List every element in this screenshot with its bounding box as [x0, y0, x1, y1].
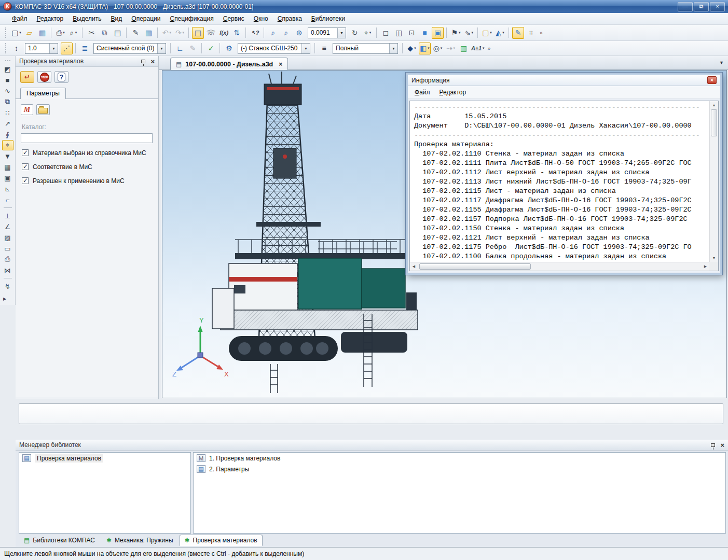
mesh-display-button[interactable]: ◭ [494, 27, 506, 39]
menu-item[interactable]: Библиотеки [307, 13, 350, 24]
print-preview-button[interactable]: ⌕ [67, 27, 79, 39]
tool-direction[interactable]: ↗ [2, 118, 13, 129]
tool-album[interactable]: ▣ [2, 173, 13, 183]
display-shaded-edges-button[interactable]: ▣ [432, 27, 444, 39]
library-function-item[interactable]: M 1. Проверка материалов [194, 453, 725, 464]
tool-print3d[interactable]: ⎙ [2, 254, 13, 264]
toolbar-separator[interactable] [376, 27, 377, 38]
chevron-down-icon[interactable]: ▼ [157, 44, 166, 53]
horizontal-scroll-thumb[interactable] [419, 263, 531, 270]
tool-filter[interactable]: ▼ [2, 151, 13, 161]
cut-button[interactable]: ✂ [86, 27, 98, 39]
scroll-right-icon[interactable]: ▶ [702, 262, 709, 271]
tool-check-angle[interactable]: ∠ [2, 221, 13, 232]
toolbar-separator[interactable] [126, 27, 127, 38]
tool-separator[interactable] [4, 276, 12, 278]
panel-close-button[interactable]: × [150, 58, 155, 65]
chevron-down-icon[interactable]: ▼ [49, 44, 58, 53]
close-button[interactable]: × [710, 2, 725, 11]
copy-button[interactable]: ⧉ [99, 27, 111, 39]
info-menu-item[interactable]: Редактор [436, 88, 470, 97]
tool-solid[interactable]: ■ [2, 75, 13, 85]
toolbar-overflow-button[interactable]: » [540, 30, 543, 36]
component-button[interactable]: ⚙ [223, 43, 235, 54]
tool-check-hatch[interactable]: ▨ [2, 232, 13, 243]
toolbar-grip[interactable] [5, 43, 7, 53]
checkbox-checked-icon[interactable] [22, 163, 29, 170]
tool-pointer[interactable]: ↯ [2, 281, 13, 291]
toolbar-separator[interactable] [157, 27, 158, 38]
toolbar-separator[interactable] [446, 27, 447, 38]
library-tab[interactable]: ✱ Проверка материалов [180, 535, 263, 546]
property-panel-button[interactable]: ▤ [192, 27, 204, 39]
document-tab[interactable]: ▤ 107-00.00.0000 - Дизель.a3d × [170, 58, 288, 70]
tool-points[interactable]: ∷ [2, 107, 13, 118]
menu-item[interactable]: Справка [273, 13, 307, 24]
orientation-button[interactable]: ⌖ [362, 27, 374, 39]
menu-item[interactable]: Выделить [68, 13, 106, 24]
tool-part[interactable]: ◩ [2, 64, 13, 74]
tool-corner[interactable]: ⌐ [2, 194, 13, 205]
hide-objects-button[interactable]: ⇘ [463, 27, 475, 39]
detail-level-button[interactable]: ≡ [318, 43, 330, 54]
zoom-scale-combo[interactable]: 0.0091 ▼ [308, 27, 346, 38]
zoom-area-button[interactable]: ⌕ [280, 27, 292, 39]
tool-planes[interactable]: ⧉ [2, 96, 13, 107]
display-wireframe-button[interactable]: ◻ [380, 27, 392, 39]
menu-item[interactable]: Редактор [32, 13, 68, 24]
scroll-down-icon[interactable]: ▼ [710, 254, 718, 262]
info-close-button[interactable]: × [707, 76, 717, 84]
zoom-in-button[interactable]: ⊕ [293, 27, 305, 39]
vertical-scroll-thumb[interactable] [711, 109, 717, 136]
cube-mode-button[interactable]: ◧ [419, 43, 431, 54]
dimension-button[interactable]: A±1 [471, 43, 485, 54]
simplified-display-button[interactable]: ▢ [481, 27, 493, 39]
context-help-button[interactable]: ↖? [249, 27, 261, 39]
toolbar-separator[interactable] [264, 27, 265, 38]
library-list-item[interactable]: ▤ Проверка материалов [19, 453, 190, 464]
checkbox-checked-icon[interactable] [22, 177, 29, 184]
scroll-left-icon[interactable]: ◀ [410, 262, 418, 271]
tab-list-dropdown-button[interactable]: ▼ [719, 60, 724, 65]
placement-button[interactable]: ◎ [432, 43, 444, 54]
checkbox-row[interactable]: Материал выбран из справочника МиС [22, 149, 153, 157]
toolbar-separator[interactable] [477, 27, 478, 38]
sketch-mode-button[interactable]: ✎ [512, 27, 524, 39]
message-bar[interactable] [19, 403, 723, 424]
strip-expand-button[interactable]: ▶ [3, 297, 6, 303]
tool-collections[interactable]: ∮ [2, 129, 13, 139]
menu-item[interactable]: Сервис [218, 13, 249, 24]
library-manager-close-button[interactable]: × [720, 442, 724, 449]
spreadsheet-button[interactable]: ▦ [143, 27, 155, 39]
tab-parameters[interactable]: Параметры [20, 88, 66, 99]
create-object-button[interactable]: ↵ [20, 71, 34, 83]
open-document-button[interactable]: ▱ [23, 27, 35, 39]
toolbar-grip[interactable] [5, 27, 7, 38]
checkbox-checked-icon[interactable] [22, 149, 29, 156]
display-no-hidden-button[interactable]: ◫ [393, 27, 405, 39]
toolbar-overflow-button[interactable]: » [488, 46, 491, 51]
checkbox-row[interactable]: Соответствие в МиС [22, 163, 153, 171]
move-component-button[interactable]: ⇢ [445, 43, 457, 54]
menu-item[interactable]: Операции [127, 13, 165, 24]
checkbox-row[interactable]: Разрешен к применению в МиС [22, 177, 153, 185]
info-menu-item[interactable]: Файл [411, 88, 434, 97]
chevron-down-icon[interactable]: ▼ [301, 44, 310, 53]
library-function-item[interactable]: ▤ 2. Параметры [194, 464, 725, 474]
tool-report[interactable]: ▦ [2, 162, 13, 172]
menu-item[interactable]: Вид [106, 13, 127, 24]
chevron-down-icon[interactable]: ▼ [389, 44, 397, 53]
redo-button[interactable]: ↷ [174, 27, 186, 39]
undo-button[interactable]: ↶ [161, 27, 173, 39]
library-tab[interactable]: ✱ Механика: Пружины [101, 535, 178, 546]
toolbar-separator[interactable] [82, 27, 83, 38]
paste-button[interactable]: ▤ [112, 27, 123, 39]
library-tab[interactable]: ▤ Библиотеки КОМПАС [19, 535, 100, 546]
new-drawing-from-model-button[interactable]: ⌗ [525, 27, 537, 39]
expressions-button[interactable]: f(x) [218, 27, 230, 39]
detail-combo[interactable]: Полный ▼ [333, 43, 398, 54]
copy-properties-button[interactable]: ✎ [130, 27, 142, 39]
part-combo[interactable]: (-) Станок СБШ-250 ▼ [238, 43, 310, 54]
horizontal-scrollbar[interactable]: ◀ ▶ [410, 262, 709, 271]
chevron-down-icon[interactable]: ▼ [337, 28, 346, 38]
